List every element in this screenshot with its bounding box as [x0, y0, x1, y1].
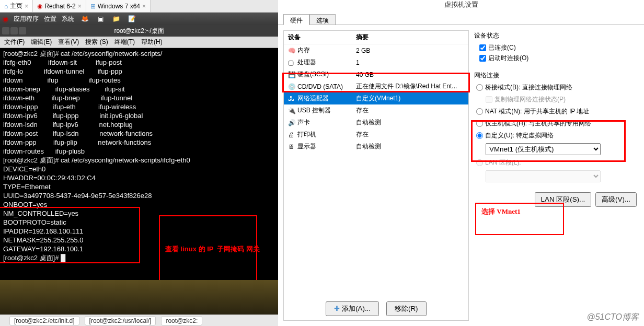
col-device: 设备: [288, 33, 356, 42]
device-name: 内存: [297, 46, 356, 55]
menu-help[interactable]: 帮助(H): [141, 38, 163, 46]
radio-nat[interactable]: NAT 模式(N): 用于共享主机的 IP 地址: [476, 107, 639, 116]
tab-hardware[interactable]: 硬件: [283, 14, 309, 25]
menu-search[interactable]: 搜索 (S): [85, 38, 108, 46]
device-icon: 🧠: [288, 47, 297, 54]
device-icon: 🔊: [288, 119, 297, 126]
menu-places[interactable]: 位置: [44, 15, 56, 24]
section-devstatus: 设备状态: [474, 31, 639, 40]
tab-redhat[interactable]: ◉ Redhat 6-2 ×: [33, 0, 86, 12]
device-icon: ▢: [288, 59, 297, 66]
device-summary: 存在: [356, 130, 464, 139]
tab-label: Redhat 6-2: [44, 3, 75, 10]
linux-menubar: ◉ 应用程序 位置 系统 🦊 ▣ 📁 📝: [0, 13, 278, 25]
highlight-box-custom-vmnet: [471, 120, 626, 162]
device-name: 声卡: [297, 118, 356, 127]
menu-applications[interactable]: 应用程序: [14, 15, 39, 24]
hardware-details: 设备状态 已连接(C) 启动时连接(O) 网络连接 桥接模式(B): 直接连接物…: [474, 30, 639, 321]
radio-bridged[interactable]: 桥接模式(B): 直接连接物理网络: [476, 83, 639, 92]
redhat-icon: ◉: [2, 15, 8, 23]
terminal-output[interactable]: [root@zkc2 桌面]# cat /etc/sysconfig/netwo…: [0, 48, 278, 280]
annotation-select-vmnet1: 选择 VMnet1: [475, 203, 564, 235]
terminal-titlebar: root@zkc2:~/桌面: [0, 25, 278, 37]
device-icon: 🔌: [288, 107, 297, 114]
tab-options[interactable]: 选项: [309, 14, 336, 25]
tab-windows[interactable]: ⊞ Windows 7 x64 ×: [86, 0, 151, 12]
annotation-line1: 查看 linux 的 IP 子网掩码 网关: [165, 243, 251, 255]
desktop-background: [0, 280, 278, 315]
chk-connected[interactable]: 已连接(C): [479, 43, 639, 52]
close-icon[interactable]: ×: [142, 3, 146, 10]
hardware-row[interactable]: 🔌USB 控制器存在: [284, 104, 468, 117]
annotation-netcfg: 查看 linux 的 IP 子网掩码 网关 若想要修改 上面命名中的 cat 换…: [159, 215, 257, 280]
taskbar-item[interactable]: root@zkc2:: [161, 316, 202, 325]
highlight-box-netconfig: [0, 207, 140, 263]
hardware-row[interactable]: 🖥显示器自动检测: [284, 141, 468, 153]
menu-view[interactable]: 查看(V): [58, 38, 79, 46]
device-summary: 自动检测: [356, 118, 464, 127]
close-icon[interactable]: ×: [25, 3, 28, 10]
taskbar-item[interactable]: [root@zkc2:/usr/local/]: [85, 316, 156, 325]
device-summary: 2 GB: [356, 47, 464, 54]
watermark: @51CTO博客: [586, 312, 639, 323]
redhat-icon: ◉: [37, 3, 42, 10]
menu-edit[interactable]: 编辑(E): [31, 38, 52, 46]
tab-label: 主页: [10, 2, 22, 10]
device-name: 打印机: [297, 130, 356, 139]
terminal-icon[interactable]: ▣: [95, 15, 106, 22]
home-icon: ⌂: [4, 3, 8, 10]
col-summary: 摘要: [356, 33, 464, 42]
add-button[interactable]: ✚ 添加(A)...: [326, 301, 379, 316]
chk-connect-on-start[interactable]: 启动时连接(O): [479, 54, 639, 63]
menu-system[interactable]: 系统: [62, 15, 74, 24]
device-summary: 自动检测: [356, 142, 464, 151]
hardware-row[interactable]: 🧠内存2 GB: [284, 44, 468, 56]
chk-replicate: 复制物理网络连接状态(P): [486, 95, 639, 104]
device-name: 网络适配器: [297, 94, 356, 103]
device-summary: 存在: [356, 106, 464, 115]
tab-label: Windows 7 x64: [98, 3, 140, 10]
add-icon: ✚: [334, 305, 340, 312]
close-icon[interactable]: ×: [78, 3, 82, 10]
settings-tabs: 硬件 选项: [278, 10, 644, 25]
terminal-title: root@zkc2:~/桌面: [114, 27, 164, 36]
windows-icon: ⊞: [90, 3, 96, 10]
device-name: 显示器: [297, 142, 356, 151]
device-summary: 1: [356, 59, 464, 66]
device-name: USB 控制器: [297, 106, 356, 115]
remove-button[interactable]: 移除(R): [386, 301, 427, 316]
taskbar-item[interactable]: [root@zkc2:/etc/init.d]: [9, 316, 79, 325]
vm-tab-bar: ⌂ 主页 × ◉ Redhat 6-2 × ⊞ Windows 7 x64 ×: [0, 0, 278, 13]
hardware-row[interactable]: 🖨打印机存在: [284, 129, 468, 141]
advanced-button[interactable]: 高级(V)...: [595, 192, 637, 207]
editor-icon[interactable]: 📝: [126, 15, 137, 22]
menu-terminal[interactable]: 终端(T): [114, 38, 135, 46]
hardware-row[interactable]: ▢处理器1: [284, 56, 468, 68]
hardware-row[interactable]: 🔊声卡自动检测: [284, 117, 468, 129]
device-icon: 🖧: [288, 95, 297, 102]
hardware-list: 设备 摘要 🧠内存2 GB▢处理器1💾硬盘(SCSI)40 GB💿CD/DVD …: [283, 30, 469, 321]
settings-title: 虚拟机设置: [278, 0, 644, 10]
files-icon[interactable]: 📁: [111, 15, 121, 22]
tab-home[interactable]: ⌂ 主页 ×: [0, 0, 33, 12]
select-lan: [486, 170, 601, 182]
device-summary: 自定义(VMnet1): [356, 94, 464, 103]
taskbar: [root@zkc2:/etc/init.d] [root@zkc2:/usr/…: [0, 315, 278, 326]
terminal-menubar: 文件(F) 编辑(E) 查看(V) 搜索 (S) 终端(T) 帮助(H): [0, 37, 278, 48]
firefox-icon[interactable]: 🦊: [79, 15, 90, 22]
device-icon: 🖥: [288, 143, 297, 150]
device-name: 处理器: [297, 58, 356, 67]
hardware-row[interactable]: 🖧网络适配器自定义(VMnet1): [284, 92, 468, 104]
menu-file[interactable]: 文件(F): [4, 38, 25, 46]
device-icon: 🖨: [288, 131, 297, 138]
highlight-box-network-adapter: [282, 73, 470, 92]
section-netconn: 网络连接: [474, 71, 639, 80]
